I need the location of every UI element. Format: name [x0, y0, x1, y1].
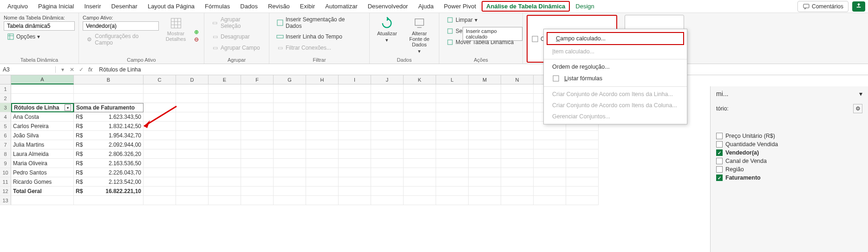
cell[interactable] — [371, 122, 404, 131]
pivot-row-label[interactable]: Carlos Pereira — [11, 122, 74, 131]
pivot-row-label[interactable]: João Silva — [11, 131, 74, 140]
insert-slicer-button[interactable]: Inserir Segmentação de Dados — [273, 15, 365, 31]
cell[interactable] — [11, 84, 74, 94]
cell[interactable] — [274, 196, 306, 205]
cell[interactable] — [501, 168, 534, 177]
cell[interactable] — [306, 112, 339, 122]
row-header[interactable]: 4 — [0, 112, 11, 122]
menu-power-pivot[interactable]: Power Pivot — [439, 1, 481, 12]
cell[interactable] — [339, 103, 371, 112]
refresh-button[interactable]: Atualizar▾ — [373, 15, 401, 56]
column-header[interactable]: K — [404, 75, 436, 84]
cell[interactable] — [306, 168, 339, 177]
row-header[interactable]: 10 — [0, 168, 11, 177]
cell[interactable] — [404, 84, 436, 94]
cell[interactable] — [274, 94, 306, 103]
cell[interactable] — [371, 112, 404, 122]
menu-pagina-inicial[interactable]: Página Inicial — [33, 1, 78, 12]
cell[interactable] — [306, 196, 339, 205]
cancel-icon[interactable]: ✕ — [68, 66, 76, 73]
chevron-down-icon[interactable]: ▾ — [859, 90, 862, 97]
cell[interactable] — [274, 131, 306, 140]
menu-automatizar[interactable]: Automatizar — [320, 1, 362, 12]
column-header[interactable]: N — [501, 75, 534, 84]
dd-campo-calculado[interactable]: CCampo calculado...ampo calculado... — [547, 32, 684, 45]
pivot-total-label[interactable]: Total Geral — [11, 187, 74, 196]
cell[interactable] — [436, 140, 469, 149]
field-checkbox-item[interactable]: Preço Unitário (R$) — [716, 132, 862, 140]
cell[interactable] — [534, 131, 566, 140]
cell[interactable] — [371, 168, 404, 177]
checkbox-icon[interactable] — [716, 166, 723, 173]
cell[interactable] — [501, 196, 534, 205]
checkbox-icon[interactable]: ✓ — [716, 174, 723, 181]
pivot-values-header[interactable]: Soma de Faturamento — [74, 103, 144, 112]
cell[interactable] — [144, 131, 176, 140]
cell[interactable] — [339, 122, 371, 131]
cell[interactable] — [274, 168, 306, 177]
cell[interactable] — [209, 149, 241, 159]
fx-icon[interactable]: fx — [88, 66, 96, 73]
pivot-row-label[interactable]: Ana Costa — [11, 112, 74, 122]
cell[interactable] — [306, 187, 339, 196]
cell[interactable] — [209, 103, 241, 112]
cell[interactable] — [241, 112, 274, 122]
menu-desenvolvedor[interactable]: Desenvolvedor — [363, 1, 413, 12]
menu-layout[interactable]: Layout da Página — [143, 1, 199, 12]
cell[interactable] — [274, 149, 306, 159]
row-header[interactable]: 9 — [0, 159, 11, 168]
pivot-row-label[interactable]: Laura Almeida — [11, 149, 74, 159]
pivot-value-cell[interactable]: R$2.123.542,00 — [74, 177, 144, 187]
column-header[interactable]: G — [274, 75, 306, 84]
cell[interactable] — [209, 196, 241, 205]
cell[interactable] — [404, 196, 436, 205]
menu-desenhar[interactable]: Desenhar — [107, 1, 142, 12]
cell[interactable] — [241, 131, 274, 140]
active-field-input[interactable] — [83, 21, 159, 31]
checkbox-icon[interactable] — [716, 133, 723, 139]
cell[interactable] — [534, 187, 566, 196]
cell[interactable] — [469, 94, 501, 103]
cell[interactable] — [371, 196, 404, 205]
cell[interactable] — [469, 112, 501, 122]
cell[interactable] — [404, 103, 436, 112]
cell[interactable] — [371, 140, 404, 149]
cell[interactable] — [566, 140, 599, 149]
cell[interactable] — [501, 112, 534, 122]
row-header[interactable]: 2 — [0, 94, 11, 103]
formula-input[interactable]: Rótulos de Linha — [96, 66, 868, 73]
row-header[interactable]: 7 — [0, 140, 11, 149]
cell[interactable] — [469, 131, 501, 140]
cell[interactable] — [501, 103, 534, 112]
cell[interactable] — [306, 140, 339, 149]
menu-design[interactable]: Design — [571, 1, 599, 12]
cell[interactable] — [176, 112, 209, 122]
collapse-icon[interactable]: ⊖ — [193, 36, 200, 43]
cell[interactable] — [404, 168, 436, 177]
cell[interactable] — [11, 94, 74, 103]
cell[interactable] — [371, 84, 404, 94]
pivot-row-label[interactable]: Ricardo Gomes — [11, 177, 74, 187]
row-header[interactable]: 1 — [0, 84, 11, 94]
cell[interactable] — [241, 140, 274, 149]
cell[interactable] — [241, 196, 274, 205]
cell[interactable] — [274, 122, 306, 131]
name-box[interactable]: A3 — [0, 66, 56, 73]
menu-inserir[interactable]: Inserir — [79, 1, 105, 12]
cell[interactable] — [404, 131, 436, 140]
cell[interactable] — [469, 149, 501, 159]
cell[interactable] — [404, 122, 436, 131]
cell[interactable] — [209, 187, 241, 196]
cell[interactable] — [436, 112, 469, 122]
cell[interactable] — [566, 159, 599, 168]
cell[interactable] — [339, 149, 371, 159]
field-checkbox-item[interactable]: ✓Faturamento — [716, 174, 862, 182]
cell[interactable] — [469, 159, 501, 168]
menu-exibir[interactable]: Exibir — [295, 1, 320, 12]
accept-icon[interactable]: ✓ — [77, 66, 85, 73]
row-header[interactable]: 8 — [0, 149, 11, 159]
cell[interactable] — [501, 131, 534, 140]
cell[interactable] — [144, 177, 176, 187]
menu-revisao[interactable]: Revisão — [263, 1, 294, 12]
cell[interactable] — [534, 140, 566, 149]
